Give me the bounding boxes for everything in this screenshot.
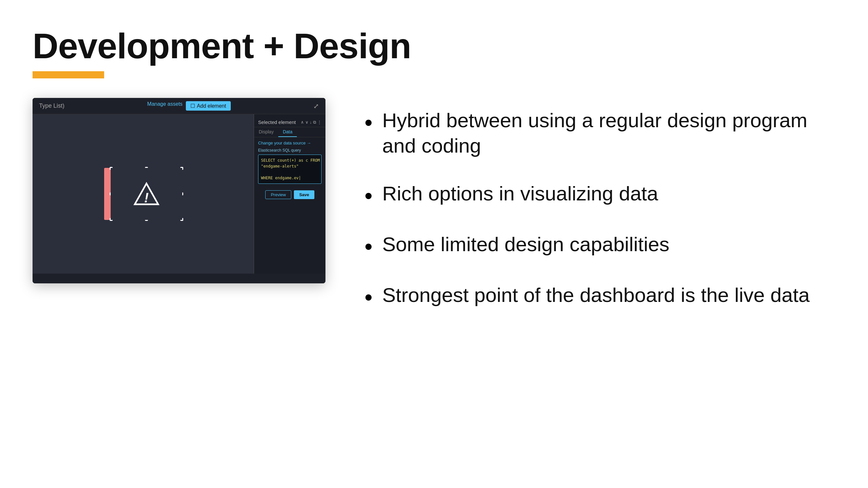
slide: Development + Design Type List) Manage a… [0, 0, 868, 488]
warning-icon: ! [133, 181, 159, 207]
widget-content: ! [111, 168, 182, 220]
copy-icon[interactable]: ⧉ [313, 120, 316, 125]
bullet-list: • Hybrid between using a regular design … [365, 98, 835, 333]
canvas-area-left: ! [33, 114, 253, 273]
content-row: Type List) Manage assets ☐ Add element ⤢ [33, 98, 835, 333]
data-source-link[interactable]: Change your data source → [258, 140, 321, 145]
svg-text:!: ! [144, 190, 149, 205]
more-icon[interactable]: ⋮ [317, 120, 321, 125]
bullet-item-4: • Strongest point of the dashboard is th… [365, 282, 835, 311]
bullet-dot-1: • [365, 110, 373, 136]
bullet-text-1: Hybrid between using a regular design pr… [382, 108, 835, 158]
bullet-item-2: • Rich options in visualizing data [365, 181, 835, 209]
screenshot-inner: Type List) Manage assets ☐ Add element ⤢ [33, 98, 326, 283]
expand-icon[interactable]: ⤢ [313, 102, 319, 110]
widget-frame[interactable]: ! [104, 168, 182, 220]
panel-icons: ∧ ∨ ↓ ⧉ ⋮ [301, 120, 322, 125]
canvas-area: ! Selected element ∧ ∨ [33, 114, 326, 273]
right-panel: Selected element ∧ ∨ ↓ ⧉ ⋮ Display [254, 114, 326, 273]
bullet-dot-3: • [365, 234, 373, 260]
toolbar: Type List) Manage assets ☐ Add element ⤢ [33, 98, 326, 114]
chevron-up-icon[interactable]: ∧ [301, 120, 304, 125]
title-underline [33, 71, 104, 78]
tab-data[interactable]: Data [278, 127, 297, 137]
bullet-text-3: Some limited design capabilities [382, 232, 670, 257]
breadcrumb: Type List) [39, 102, 64, 109]
arrow-down-icon[interactable]: ↓ [310, 120, 312, 125]
manage-assets-button[interactable]: Manage assets [147, 101, 183, 110]
title-section: Development + Design [33, 26, 835, 78]
save-button[interactable]: Save [294, 190, 314, 199]
tab-display[interactable]: Display [254, 127, 278, 137]
chevron-down-icon[interactable]: ∨ [305, 120, 309, 125]
add-element-button[interactable]: ☐ Add element [186, 101, 231, 110]
panel-section: Change your data source → Elasticsearch … [254, 137, 326, 190]
panel-tabs: Display Data [254, 127, 326, 137]
preview-button[interactable]: Preview [265, 190, 291, 199]
bullet-text-4: Strongest point of the dashboard is the … [382, 282, 810, 308]
bullet-dot-4: • [365, 284, 373, 311]
panel-title: Selected element [258, 120, 296, 125]
panel-header: Selected element ∧ ∨ ↓ ⧉ ⋮ [254, 118, 326, 127]
bullet-text-2: Rich options in visualizing data [382, 181, 658, 206]
bullet-dot-2: • [365, 183, 373, 209]
code-editor[interactable]: SELECT count(+) as c FROM "endgame-alert… [258, 155, 321, 184]
query-label: Elasticsearch SQL query [258, 148, 321, 153]
bullet-item-3: • Some limited design capabilities [365, 232, 835, 260]
add-icon: ☐ [190, 103, 195, 109]
screenshot-container: Type List) Manage assets ☐ Add element ⤢ [33, 98, 326, 283]
panel-buttons: Preview Save [254, 190, 326, 199]
toolbar-center: Manage assets ☐ Add element [147, 101, 230, 110]
slide-title: Development + Design [33, 26, 835, 65]
bullet-item-1: • Hybrid between using a regular design … [365, 108, 835, 158]
